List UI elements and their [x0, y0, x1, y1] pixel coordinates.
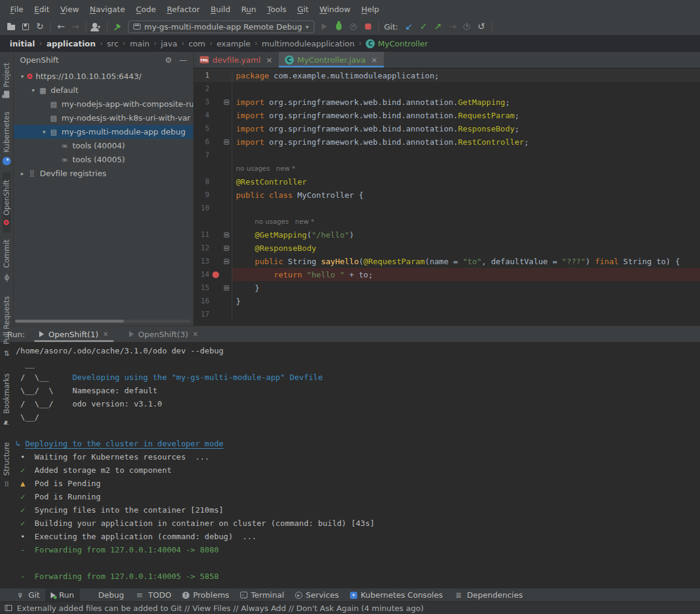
toolwindow-button-dependencies[interactable]: Dependencies — [448, 589, 529, 601]
run-tab-openshift1[interactable]: OpenShift(1)× — [34, 326, 113, 342]
menu-file[interactable]: File — [5, 5, 29, 14]
breadcrumb-item[interactable]: main — [130, 39, 149, 48]
fold-marker-icon[interactable] — [221, 259, 231, 264]
git-update-icon[interactable]: ↙ — [402, 20, 416, 33]
editor-gutter[interactable]: 3 — [194, 95, 232, 109]
tree-item[interactable]: tools (40004) — [14, 139, 193, 153]
gear-icon[interactable]: ⚙ — [165, 55, 172, 65]
hide-panel-icon[interactable]: — — [179, 55, 187, 65]
close-tab-icon[interactable]: × — [192, 330, 199, 338]
stripe-button-project[interactable]: Project — [2, 55, 11, 104]
tree-item[interactable]: ▾my-gs-multi-module-app debug — [14, 125, 193, 139]
stripe-button-kubernetes[interactable]: Kubernetes — [2, 104, 11, 172]
chevron-right-icon[interactable]: ▸ — [18, 170, 27, 177]
code-editor[interactable]: 1package com.example.multimoduleapplicat… — [194, 68, 700, 326]
stripe-button-commit[interactable]: Commit — [2, 232, 11, 289]
tree-item[interactable]: my-nodesjs-with-k8s-uri-with-var — [14, 111, 193, 125]
toolwindow-button-todo[interactable]: TODO — [130, 589, 177, 601]
editor-gutter[interactable]: 10 — [194, 201, 232, 215]
horizontal-scrollbar[interactable] — [15, 320, 191, 323]
status-link[interactable]: View Files — [192, 604, 231, 613]
toolwindow-button-debug[interactable]: Debug — [80, 589, 130, 601]
tree-item[interactable]: ▾https://10.10.10.105:6443/ — [14, 69, 193, 83]
git-commit-icon[interactable]: ✓ — [416, 20, 431, 33]
editor-gutter[interactable]: 5 — [194, 122, 232, 135]
close-tab-icon[interactable]: × — [103, 330, 109, 338]
menu-build[interactable]: Build — [205, 5, 236, 14]
editor-tab-devfile-yaml[interactable]: devfile.yaml× — [194, 52, 279, 68]
toolwindow-button-terminal[interactable]: Terminal — [235, 589, 290, 601]
breadcrumb-item[interactable]: src — [107, 39, 118, 48]
fold-marker-icon[interactable] — [221, 100, 231, 105]
toolwindow-button-services[interactable]: Services — [290, 589, 345, 601]
menu-window[interactable]: Window — [314, 5, 355, 14]
editor-tab-mycontroller-java[interactable]: MyController.java× — [279, 52, 384, 68]
breadcrumb-item[interactable]: example — [217, 39, 250, 48]
status-link[interactable]: Don't Ask Again — [296, 604, 358, 613]
menu-help[interactable]: Help — [356, 5, 385, 14]
menu-git[interactable]: Git — [292, 5, 314, 14]
editor-gutter[interactable]: 8 — [194, 175, 232, 188]
scrollbar-thumb[interactable] — [15, 320, 124, 323]
chevron-down-icon[interactable]: ▾ — [28, 87, 38, 93]
breakpoint-icon[interactable] — [212, 271, 219, 278]
toolwindow-button-run[interactable]: Run — [45, 589, 80, 601]
run-tab-openshift3[interactable]: OpenShift(3)× — [124, 326, 203, 342]
breadcrumb-item[interactable]: com — [189, 39, 206, 48]
chevron-down-icon[interactable]: ▾ — [39, 128, 49, 135]
user-icon[interactable]: ▾ — [89, 20, 104, 33]
editor-gutter[interactable]: 9 — [194, 188, 232, 201]
menu-run[interactable]: Run — [236, 5, 262, 14]
debug-icon[interactable] — [332, 20, 346, 33]
menu-tools[interactable]: Tools — [262, 5, 292, 14]
fold-marker-icon[interactable] — [221, 139, 231, 145]
menu-edit[interactable]: Edit — [29, 5, 55, 14]
tree-item[interactable]: my-nodejs-app-with-composite-ru — [14, 97, 193, 111]
console-link[interactable]: Deploying to the cluster in developer mo… — [25, 439, 224, 448]
toolwindow-button-git[interactable]: Git — [10, 589, 45, 601]
menu-code[interactable]: Code — [130, 5, 161, 14]
editor-gutter[interactable]: 13 — [194, 255, 232, 268]
tree-item[interactable]: ▸Devfile registries — [14, 166, 193, 180]
breadcrumb-item[interactable]: multimoduleapplication — [262, 39, 355, 48]
tree-item[interactable]: ▾default — [14, 83, 193, 97]
save-icon[interactable] — [18, 20, 33, 33]
fold-marker-icon[interactable] — [221, 245, 231, 251]
editor-gutter[interactable]: 11 — [194, 228, 232, 241]
fold-marker-icon[interactable] — [221, 285, 231, 291]
editor-gutter[interactable]: 6 — [194, 135, 232, 148]
close-tab-icon[interactable]: × — [371, 55, 378, 65]
editor-gutter[interactable]: 2 — [194, 82, 232, 95]
chevron-down-icon[interactable]: ▾ — [18, 73, 27, 80]
stripe-button-pull-requests[interactable]: Pull Requests — [2, 289, 11, 366]
back-icon[interactable]: ← — [54, 20, 68, 33]
open-folder-icon[interactable] — [4, 20, 18, 33]
breadcrumb-item[interactable]: initial — [10, 39, 35, 48]
tree-item[interactable]: tools (40005) — [14, 153, 193, 166]
toolwindow-button-problems[interactable]: Problems — [177, 589, 235, 601]
editor-gutter[interactable]: 7 — [194, 148, 232, 162]
stripe-button-structure[interactable]: Structure — [2, 435, 11, 497]
menu-refactor[interactable]: Refactor — [161, 5, 205, 14]
editor-gutter[interactable]: 16 — [194, 294, 232, 308]
toolwindow-button-kubernetes-consoles[interactable]: Kubernetes Consoles — [345, 589, 448, 601]
stripe-button-bookmarks[interactable]: Bookmarks — [2, 366, 11, 435]
fold-marker-icon[interactable] — [221, 232, 231, 238]
editor-gutter[interactable]: 15 — [194, 281, 232, 294]
build-hammer-icon[interactable] — [110, 20, 125, 33]
close-tab-icon[interactable]: × — [266, 55, 273, 65]
stripe-button-openshift[interactable]: OpenShift — [2, 172, 11, 232]
editor-gutter[interactable]: 17 — [194, 308, 232, 321]
git-rollback-icon[interactable]: ↺ — [474, 20, 489, 33]
menu-navigate[interactable]: Navigate — [84, 5, 130, 14]
breakpoint-dot[interactable] — [209, 271, 221, 278]
breadcrumb-item[interactable]: application — [46, 39, 96, 48]
git-push-icon[interactable]: ↗ — [431, 20, 445, 33]
sync-icon[interactable]: ↻ — [33, 20, 47, 33]
run-console[interactable]: /home/asoro/.odo/cache/3.1.0/odo dev --d… — [0, 342, 700, 588]
editor-gutter[interactable]: 12 — [194, 241, 232, 255]
menu-view[interactable]: View — [55, 5, 84, 14]
editor-gutter[interactable]: 14 — [194, 268, 232, 281]
status-link[interactable]: Always Add — [241, 604, 286, 613]
breadcrumb-leaf[interactable]: MyController — [366, 39, 428, 48]
